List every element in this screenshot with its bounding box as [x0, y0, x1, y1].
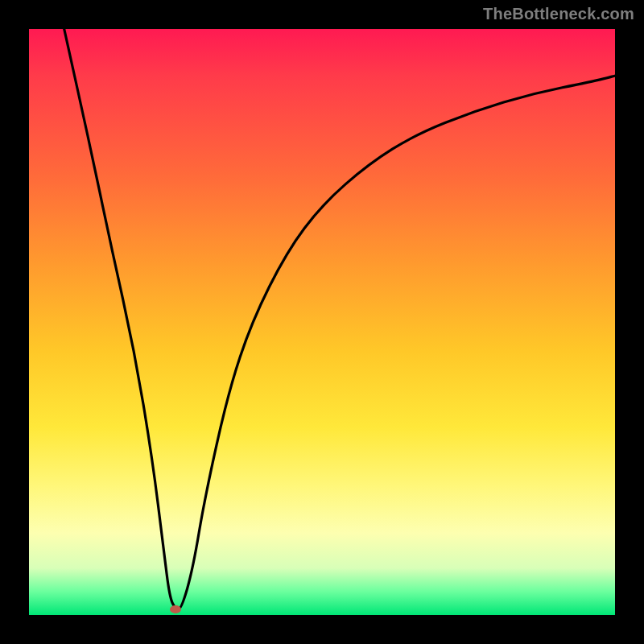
bottleneck-curve — [29, 29, 615, 615]
chart-frame: TheBottleneck.com — [0, 0, 644, 644]
min-point-marker — [170, 605, 181, 613]
watermark-text: TheBottleneck.com — [483, 5, 634, 23]
plot-area — [29, 29, 615, 615]
